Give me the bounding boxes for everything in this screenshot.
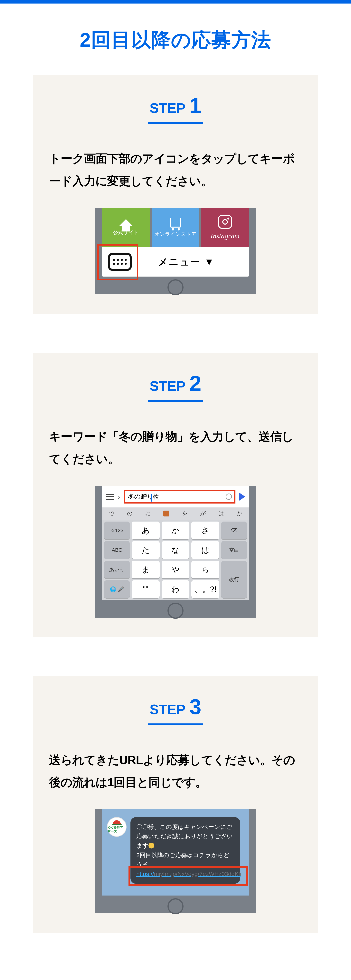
chat-message-bubble: 〇〇様、この度はキャンペーンにご応募いただき誠にありがとうございます 2回目以降… bbox=[130, 817, 240, 884]
smile-emoji-icon bbox=[148, 843, 154, 848]
send-button[interactable] bbox=[239, 493, 245, 501]
cart-icon bbox=[170, 218, 181, 228]
page-title: 2回目以降の応募方法 bbox=[33, 27, 318, 54]
keyboard-toggle-button[interactable] bbox=[108, 253, 132, 270]
key-ra[interactable]: ら bbox=[191, 561, 219, 578]
menu-official-site-button[interactable]: 公式サイト bbox=[102, 208, 150, 247]
step-2-text: キーワード「冬の贈り物」を入力して、送信してください。 bbox=[49, 425, 302, 470]
key-enter[interactable]: 改行 bbox=[221, 561, 247, 598]
key-wa[interactable]: わ bbox=[162, 581, 190, 598]
step-word: STEP bbox=[150, 378, 186, 394]
key-sa[interactable]: さ bbox=[191, 522, 219, 539]
sender-avatar[interactable]: めぐみ野マザーズ bbox=[107, 817, 127, 837]
key-kana[interactable]: あいう bbox=[104, 561, 130, 578]
step-underline bbox=[148, 122, 203, 124]
key-backspace[interactable]: ⌫ bbox=[221, 522, 247, 539]
sugg-item[interactable]: で bbox=[108, 510, 114, 517]
chat-area: めぐみ野マザーズ 〇〇様、この度はキャンペーンにご応募いただき誠にありがとうござ… bbox=[102, 809, 249, 896]
step-underline bbox=[148, 724, 203, 725]
jp-keyboard: ☆123 あ か さ ⌫ ABC た な は 空白 あいう ま や ら 改行 🌐… bbox=[102, 520, 249, 600]
phone-mock-2: › 冬の贈り物 で の に を が は か bbox=[95, 486, 256, 617]
suggestion-bar: で の に を が は か bbox=[102, 508, 249, 520]
menu-icon[interactable] bbox=[106, 494, 114, 500]
link-masked: miyfm.jp/NxVoyg/7ezWHz03ddKli bbox=[154, 871, 241, 877]
sugg-item[interactable]: か bbox=[237, 510, 243, 517]
link-scheme: https:// bbox=[136, 871, 154, 877]
sugg-item[interactable]: は bbox=[218, 510, 224, 517]
chevron-right-icon[interactable]: › bbox=[118, 492, 120, 501]
phone-mock-3: めぐみ野マザーズ 〇〇様、この度はキャンペーンにご応募いただき誠にありがとうござ… bbox=[95, 809, 256, 913]
step-2-label: STEP 2 bbox=[150, 372, 201, 394]
key-ma[interactable]: ま bbox=[132, 561, 160, 578]
sugg-item[interactable]: が bbox=[200, 510, 206, 517]
step-2-header: STEP 2 bbox=[49, 372, 302, 402]
menu-insta-label: Instagram bbox=[211, 232, 240, 240]
key-punct[interactable]: 、。?! bbox=[191, 581, 219, 598]
content-wrap: 2回目以降の応募方法 STEP 1 トーク画面下部のアイコンをタップしてキーボー… bbox=[0, 3, 351, 980]
key-ha[interactable]: は bbox=[191, 541, 219, 559]
key-globe-mic[interactable]: 🌐 🎤 bbox=[104, 581, 130, 598]
message-input[interactable]: 冬の贈り物 bbox=[124, 490, 235, 504]
text-caret bbox=[151, 494, 152, 501]
step-1-card: STEP 1 トーク画面下部のアイコンをタップしてキーボード入力に変更してくださ… bbox=[33, 75, 318, 314]
step-word: STEP bbox=[150, 100, 186, 116]
step-number: 3 bbox=[189, 696, 201, 718]
step-number: 1 bbox=[189, 95, 201, 116]
home-indicator bbox=[102, 600, 249, 617]
step-1-header: STEP 1 bbox=[49, 95, 302, 124]
chat-bottom-bar: メニュー ▼ bbox=[102, 247, 249, 277]
reply-url-link[interactable]: https://miyfm.jp/NxVoyg/7ezWHz03ddKli bbox=[136, 871, 241, 877]
menu-online-label: オンラインストア bbox=[154, 231, 197, 237]
key-ka[interactable]: か bbox=[162, 522, 190, 539]
instagram-icon bbox=[218, 215, 232, 229]
step-3-header: STEP 3 bbox=[49, 696, 302, 725]
step-underline bbox=[148, 400, 203, 402]
phone-mock-1: 公式サイト オンラインストア Instagram bbox=[95, 208, 256, 294]
key-space[interactable]: 空白 bbox=[221, 541, 247, 559]
key-a[interactable]: あ bbox=[132, 522, 160, 539]
key-ya[interactable]: や bbox=[162, 561, 190, 578]
key-ta[interactable]: た bbox=[132, 541, 160, 559]
step-number: 2 bbox=[189, 372, 201, 394]
step-2-card: STEP 2 キーワード「冬の贈り物」を入力して、送信してください。 › 冬の贈… bbox=[33, 353, 318, 637]
chat-input-bar: › 冬の贈り物 bbox=[102, 486, 249, 508]
step-3-label: STEP 3 bbox=[150, 696, 201, 718]
key-na[interactable]: な bbox=[162, 541, 190, 559]
home-indicator bbox=[102, 896, 249, 913]
step-word: STEP bbox=[150, 702, 186, 718]
key-small[interactable]: "" bbox=[132, 581, 160, 598]
msg-line2: 2回目以降のご応募はコチラからどうぞ↓ bbox=[136, 852, 230, 868]
home-indicator bbox=[102, 277, 249, 294]
sugg-item[interactable]: に bbox=[145, 510, 151, 517]
menu-online-store-button[interactable]: オンラインストア bbox=[152, 208, 199, 247]
gift-icon[interactable] bbox=[164, 511, 169, 517]
sugg-item[interactable]: の bbox=[127, 510, 133, 517]
menu-instagram-button[interactable]: Instagram bbox=[201, 208, 249, 247]
step-1-text: トーク画面下部のアイコンをタップしてキーボード入力に変更してください。 bbox=[49, 148, 302, 192]
house-icon bbox=[119, 219, 133, 226]
input-value: 冬の贈り物 bbox=[128, 492, 160, 501]
avatar-label: めぐみ野マザーズ bbox=[108, 826, 126, 834]
step-1-label: STEP 1 bbox=[150, 95, 201, 116]
key-abc[interactable]: ABC bbox=[104, 541, 130, 559]
menu-dropdown[interactable]: メニュー ▼ bbox=[132, 255, 249, 269]
rich-menu-grid: 公式サイト オンラインストア Instagram bbox=[102, 208, 249, 247]
avatar-icon bbox=[113, 820, 121, 824]
emoji-icon[interactable] bbox=[226, 493, 232, 500]
step-3-card: STEP 3 送られてきたURLより応募してください。その後の流れは1回目と同じ… bbox=[33, 676, 318, 933]
keyboard-icon bbox=[113, 259, 127, 265]
step-3-text: 送られてきたURLより応募してください。その後の流れは1回目と同じです。 bbox=[49, 749, 302, 794]
sugg-item[interactable]: を bbox=[182, 510, 187, 517]
top-accent-bar bbox=[0, 0, 351, 3]
key-123[interactable]: ☆123 bbox=[104, 522, 130, 539]
